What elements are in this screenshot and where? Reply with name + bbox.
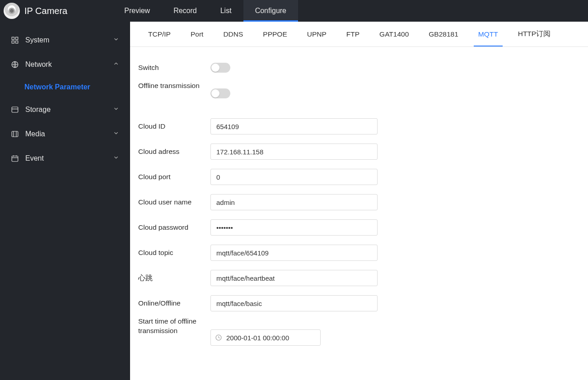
input-cloud-user[interactable]: [210, 194, 378, 210]
subtab-mqtt[interactable]: MQTT: [468, 22, 508, 46]
subtab-ftp[interactable]: FTP: [336, 22, 369, 46]
input-heartbeat[interactable]: [210, 270, 378, 286]
top-nav: Preview Record List Configure: [112, 0, 298, 22]
topnav-label: Record: [173, 7, 197, 15]
label-cloud-id: Cloud ID: [138, 122, 210, 131]
chevron-down-icon: [113, 106, 119, 114]
sidebar-item-event[interactable]: Event: [0, 146, 130, 171]
sidebar-item-label: System: [25, 36, 49, 44]
calendar-icon: [11, 154, 19, 162]
subtab-gb28181[interactable]: GB28181: [419, 22, 468, 46]
input-cloud-password[interactable]: [210, 219, 378, 236]
subtab-upnp[interactable]: UPNP: [297, 22, 336, 46]
chevron-down-icon: [113, 36, 119, 44]
grid-icon: [11, 36, 19, 44]
sidebar-subitem-label: Network Parameter: [24, 83, 90, 91]
topnav-tab-list[interactable]: List: [209, 0, 243, 22]
topnav-tab-record[interactable]: Record: [162, 0, 209, 22]
subtab-label: MQTT: [478, 30, 498, 38]
subtab-label: FTP: [346, 30, 359, 38]
chevron-down-icon: [113, 154, 119, 162]
subtab-label: GB28181: [429, 30, 458, 38]
input-start-time[interactable]: [210, 329, 321, 346]
label-offline-transmission: Offline transmission: [138, 80, 210, 91]
subtab-label: DDNS: [223, 30, 243, 38]
svg-rect-3: [16, 41, 18, 43]
sidebar-item-network[interactable]: Network: [0, 52, 130, 77]
svg-rect-7: [12, 131, 18, 137]
app-logo-icon: [4, 3, 20, 19]
svg-rect-5: [12, 107, 18, 112]
subtab-label: UPNP: [307, 30, 327, 38]
label-cloud-port: Cloud port: [138, 172, 210, 182]
subtab-gat1400[interactable]: GAT1400: [369, 22, 419, 46]
subtab-http-subscribe[interactable]: HTTP订阅: [508, 22, 560, 46]
input-cloud-topic[interactable]: [210, 245, 378, 261]
subtab-pppoe[interactable]: PPPOE: [253, 22, 297, 46]
label-cloud-password: Cloud password: [138, 223, 210, 232]
clock-icon: [215, 334, 222, 341]
topnav-tab-preview[interactable]: Preview: [112, 0, 162, 22]
storage-icon: [11, 106, 19, 114]
sidebar-item-system[interactable]: System: [0, 28, 130, 52]
toggle-switch[interactable]: [210, 63, 230, 73]
sidebar-item-label: Network: [25, 60, 52, 69]
subtab-label: GAT1400: [379, 30, 409, 38]
subtab-tcpip[interactable]: TCP/IP: [138, 22, 181, 46]
svg-rect-1: [16, 37, 18, 39]
subtab-label: HTTP订阅: [518, 29, 551, 39]
topnav-label: Configure: [255, 7, 286, 15]
label-heartbeat: 心跳: [138, 273, 210, 283]
toggle-offline-transmission[interactable]: [210, 88, 230, 98]
chevron-up-icon: [113, 60, 119, 69]
sub-tabs: TCP/IP Port DDNS PPPOE UPNP FTP GAT1400 …: [130, 22, 588, 47]
sidebar-item-label: Media: [25, 130, 45, 138]
svg-rect-10: [12, 156, 18, 162]
film-icon: [11, 130, 19, 138]
subtab-ddns[interactable]: DDNS: [213, 22, 253, 46]
sidebar-subitem-network-parameter[interactable]: Network Parameter: [0, 77, 130, 97]
input-online-offline[interactable]: [210, 295, 378, 311]
topnav-label: List: [220, 7, 232, 15]
top-bar: IP Camera Preview Record List Configure: [0, 0, 588, 22]
label-cloud-address: Cloud adress: [138, 147, 210, 157]
sidebar-item-label: Event: [25, 154, 44, 162]
sidebar: System Network Network Parameter: [0, 22, 130, 380]
label-online-offline: Online/Offline: [138, 299, 210, 308]
app-title: IP Camera: [24, 6, 67, 16]
label-switch: Switch: [138, 63, 210, 73]
sidebar-item-media[interactable]: Media: [0, 122, 130, 146]
mqtt-form: Switch Offline transmission Cloud ID Clo…: [130, 47, 588, 375]
topnav-tab-configure[interactable]: Configure: [243, 0, 298, 22]
subtab-label: TCP/IP: [148, 30, 171, 38]
sidebar-item-storage[interactable]: Storage: [0, 97, 130, 122]
topnav-label: Preview: [124, 7, 150, 15]
label-start-time: Start time of offline transmission: [138, 316, 210, 336]
svg-rect-0: [12, 37, 14, 39]
svg-rect-2: [12, 41, 14, 43]
sidebar-item-label: Storage: [25, 106, 51, 114]
chevron-down-icon: [113, 130, 119, 138]
globe-icon: [11, 60, 19, 69]
label-cloud-user: Cloud user name: [138, 198, 210, 207]
subtab-label: Port: [191, 30, 203, 38]
content-area: TCP/IP Port DDNS PPPOE UPNP FTP GAT1400 …: [130, 22, 588, 380]
subtab-port[interactable]: Port: [181, 22, 213, 46]
subtab-label: PPPOE: [263, 30, 287, 38]
input-cloud-port[interactable]: [210, 169, 378, 185]
label-cloud-topic: Cloud topic: [138, 248, 210, 258]
input-cloud-address[interactable]: [210, 144, 378, 160]
input-cloud-id[interactable]: [210, 118, 378, 134]
